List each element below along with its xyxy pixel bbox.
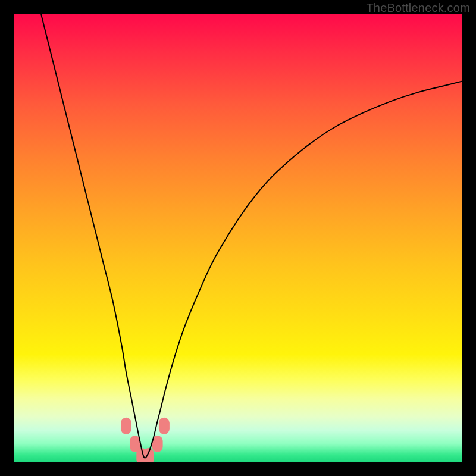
chart-frame: TheBottleneck.com [0,0,476,476]
markers-group [121,418,170,462]
trough-marker [159,418,170,434]
trough-marker [143,448,154,462]
watermark-text: TheBottleneck.com [366,1,470,15]
trough-marker [121,418,131,434]
curve-layer [14,14,462,462]
bottleneck-curve [41,14,462,458]
plot-area [14,14,462,462]
